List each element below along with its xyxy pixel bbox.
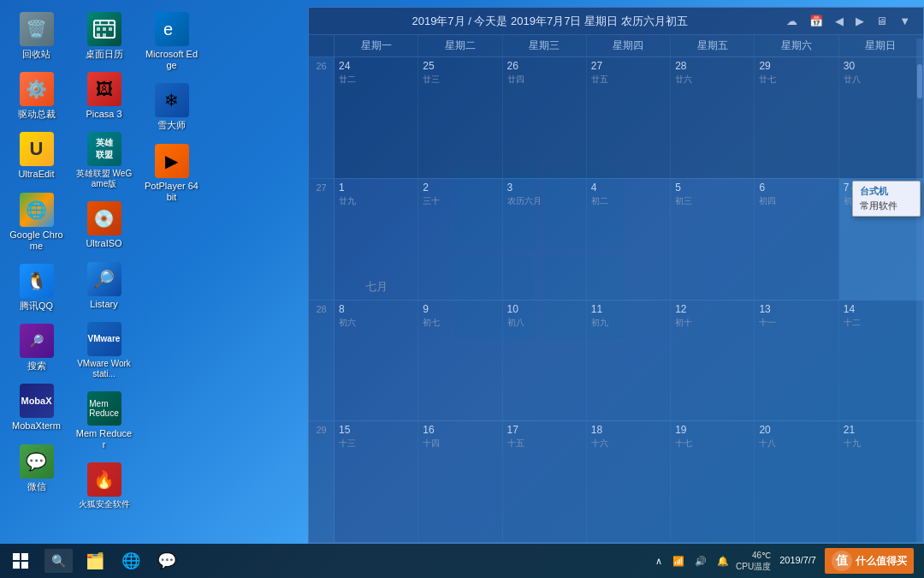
expand-icon[interactable]: ▼ xyxy=(895,13,915,29)
desktop-icon-potplayer[interactable]: ▶ PotPlayer 64 bit xyxy=(139,140,204,206)
desktop-icon-vmware[interactable]: VMware VMware Workstati... xyxy=(72,319,136,383)
calendar-day-cell[interactable]: 20十八 xyxy=(755,421,838,542)
lunar-date: 初三 xyxy=(675,195,749,207)
lunar-date: 廿五 xyxy=(591,74,666,86)
calendar-day-cell[interactable]: 8初六 xyxy=(335,301,418,421)
desktop-icon-edge[interactable]: e Microsoft Edge xyxy=(139,9,204,74)
lunar-date: 十四 xyxy=(423,438,497,450)
svg-rect-14 xyxy=(13,553,20,560)
taskbar-wechat[interactable]: 💬 xyxy=(150,544,184,578)
calendar-day-cell[interactable]: 9初七 xyxy=(418,301,502,421)
lunar-date: 初九 xyxy=(591,317,666,329)
cloud-icon[interactable]: ☁ xyxy=(782,13,802,29)
vmware-icon: VMware xyxy=(87,322,121,356)
taskbar-clock[interactable]: 2019/7/7 xyxy=(774,554,821,567)
calendar-day-cell[interactable]: 4初二 xyxy=(587,179,671,300)
calendar-day-cell[interactable]: 14十二 xyxy=(839,301,923,421)
memreducer-icon: MemReduce xyxy=(87,391,121,426)
tray-expand[interactable]: ∧ xyxy=(652,554,666,569)
svg-rect-8 xyxy=(103,33,106,37)
taskbar-chrome[interactable]: 🌐 xyxy=(114,544,148,578)
windows-start-icon xyxy=(13,553,28,569)
desktop-icon-listary[interactable]: 🔎 Listary xyxy=(72,259,136,313)
lunar-date: 廿八 xyxy=(844,74,918,86)
desktop-icon-qq[interactable]: 🐧 腾讯QQ xyxy=(4,260,68,315)
lunar-date: 廿三 xyxy=(423,74,497,86)
date-number: 26 xyxy=(507,60,582,72)
desktop-icon-wegame[interactable]: 英雄联盟 英雄联盟 WeGame版 xyxy=(72,128,136,193)
desktop-icon-ultraedit[interactable]: U UltraEdit xyxy=(4,128,68,183)
lunar-date: 十八 xyxy=(759,438,833,450)
desktop-icon-everything[interactable]: 🔎 搜索 xyxy=(4,320,68,375)
icon-label-wechat: 微信 xyxy=(27,481,46,492)
desktop-icon-snowman[interactable]: ❄ 雪大师 xyxy=(139,80,204,134)
calendar-day-cell[interactable]: 10初八 xyxy=(503,301,587,421)
taskbar-file-explorer[interactable]: 🗂️ xyxy=(78,544,112,578)
svg-rect-7 xyxy=(97,33,100,37)
calendar-day-cell[interactable]: 28廿六 xyxy=(671,57,755,178)
picasa-icon: 🖼 xyxy=(87,72,121,106)
brand-label: 什么值得买 xyxy=(856,554,907,569)
weekday-mon: 星期一 xyxy=(335,35,418,57)
tray-notification[interactable]: 🔔 xyxy=(714,554,732,569)
recycle-icon: 🗑️ xyxy=(20,12,54,46)
calendar-day-cell[interactable]: 16十四 xyxy=(418,421,502,542)
week-col-header xyxy=(309,35,335,57)
nav-back-button[interactable]: ◀ xyxy=(831,13,848,29)
desktop-icon-picasa[interactable]: 🖼 Picasa 3 xyxy=(72,69,136,123)
calendar-day-cell[interactable]: 24廿二 xyxy=(335,57,418,178)
snowman-icon: ❄ xyxy=(155,83,189,117)
calendar-icon[interactable]: 📅 xyxy=(805,13,827,29)
today-event-popup[interactable]: 台式机常用软件 xyxy=(852,181,921,217)
start-button[interactable] xyxy=(0,544,41,578)
icon-label-memreducer: Mem Reducer xyxy=(75,428,133,450)
calendar-day-cell[interactable]: 21十九 xyxy=(839,421,923,542)
calendar-day-cell[interactable]: 2三十 xyxy=(418,179,502,300)
lunar-date: 初二 xyxy=(591,195,666,207)
icon-label-huozhe: 火狐安全软件 xyxy=(79,499,130,509)
calendar-day-cell[interactable]: 27廿五 xyxy=(587,57,671,178)
calendar-day-cell[interactable]: 18十六 xyxy=(587,421,671,542)
desktop-icon-zhuomian[interactable]: 桌面日历 xyxy=(72,9,136,63)
calendar-day-cell[interactable]: 12初十 xyxy=(671,301,755,421)
desktop-icon-memreducer[interactable]: MemReduce Mem Reducer xyxy=(72,388,136,454)
taskbar-search[interactable]: 🔍 xyxy=(44,549,73,573)
calendar-day-cell[interactable]: 13十一 xyxy=(755,301,838,421)
svg-rect-17 xyxy=(21,562,28,569)
calendar-day-cell[interactable]: 25廿三 xyxy=(418,57,502,178)
calendar-day-cell[interactable]: 6初四 xyxy=(755,179,838,300)
desktop-icon-mobaxterm[interactable]: MobaX MobaXterm xyxy=(4,380,68,435)
calendar-day-cell[interactable]: 3农历六月 xyxy=(503,179,587,300)
tray-network[interactable]: 📶 xyxy=(669,554,688,569)
calendar-day-cell[interactable]: 19十七 xyxy=(671,421,755,542)
desktop-icons-area: 🗑️ 回收站 ⚙️ 驱动总裁 U UltraEdit 🌐 Google Chro… xyxy=(0,0,171,548)
brand-badge[interactable]: 值 什么值得买 xyxy=(825,548,914,574)
desktop-icon-recycle[interactable]: 🗑️ 回收站 xyxy=(4,9,68,63)
week-number: 26 xyxy=(309,57,335,178)
tray-volume[interactable]: 🔊 xyxy=(691,554,710,569)
calendar-day-cell[interactable]: 17十五 xyxy=(503,421,587,542)
calendar-day-cell[interactable]: 5初三 xyxy=(671,179,755,300)
desktop-icon-huozhe[interactable]: 🔥 火狐安全软件 xyxy=(72,459,136,513)
calendar-day-cell[interactable]: 30廿八 xyxy=(839,57,923,178)
clock-time: 2019/7/7 xyxy=(779,554,816,567)
calendar-day-cell[interactable]: 7初五台式机常用软件 xyxy=(839,179,923,300)
calendar-day-cell[interactable]: 15十三 xyxy=(335,421,418,542)
everything-icon: 🔎 xyxy=(20,324,54,358)
calendar-day-cell[interactable]: 26廿四 xyxy=(503,57,587,178)
calendar-day-cell[interactable]: 29廿七 xyxy=(755,57,838,178)
calendar-weekday-headers: 星期一 星期二 星期三 星期四 星期五 星期六 星期日 xyxy=(309,35,923,57)
svg-rect-5 xyxy=(103,27,106,31)
nav-forward-button[interactable]: ▶ xyxy=(851,13,868,29)
calendar-scrollbar[interactable] xyxy=(916,39,923,543)
desktop-icon-wechat[interactable]: 💬 微信 xyxy=(4,441,68,496)
calendar-day-cell[interactable]: 1廿九七月 xyxy=(335,179,418,300)
scrollbar-thumb[interactable] xyxy=(917,64,922,98)
chrome-icon: 🌐 xyxy=(20,193,54,227)
monitor-icon[interactable]: 🖥 xyxy=(872,13,891,29)
lunar-date: 初八 xyxy=(507,317,582,329)
desktop-icon-ultraiso[interactable]: 💿 UltraISO xyxy=(72,198,136,253)
calendar-day-cell[interactable]: 11初九 xyxy=(587,301,671,421)
desktop-icon-startup[interactable]: ⚙️ 驱动总裁 xyxy=(4,69,68,123)
desktop-icon-chrome[interactable]: 🌐 Google Chrome xyxy=(4,189,68,255)
